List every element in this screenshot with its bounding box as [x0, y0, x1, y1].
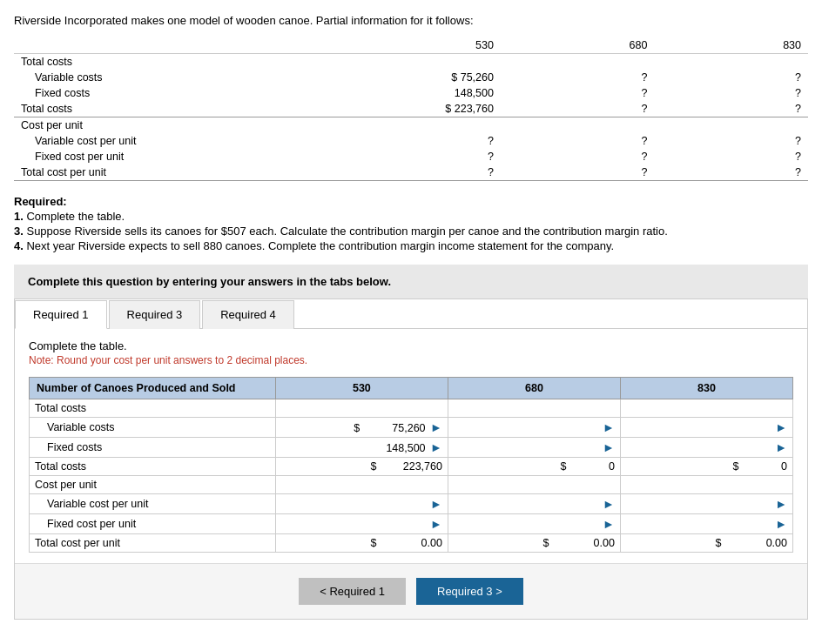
var-cost-unit-680-arrow: ► [603, 497, 615, 511]
fixed-costs-label: Fixed costs [30, 438, 276, 458]
required-item-1: 1. Complete the table. [14, 210, 808, 223]
fixed-cost-unit-830-cell: ► [620, 514, 792, 534]
note-text: Note: Round your cost per unit answers t… [29, 354, 793, 366]
variable-costs-830-cell: ► [620, 418, 792, 438]
total-cost-unit-530-input[interactable] [381, 537, 442, 549]
table-row-total-costs-header: Total costs [30, 399, 793, 418]
fixed-cost-unit-680-input[interactable] [537, 519, 598, 531]
fixed-costs-830-cell: ► [620, 438, 792, 458]
variable-costs-680-cell: ► [448, 418, 620, 438]
table-row-variable-costs: Variable costs $ ► ► ► [30, 418, 793, 438]
variable-costs-830-input[interactable] [710, 422, 771, 434]
info-row-fixed-cost-unit: Fixed cost per unit [14, 149, 347, 164]
fixed-cost-unit-830-arrow: ► [775, 517, 787, 531]
var-cost-unit-680-input[interactable] [537, 499, 598, 511]
info-row-total-cost-unit: Total cost per unit [14, 164, 347, 181]
info-row-fixed-costs: Fixed costs [14, 85, 347, 101]
total-cost-unit-830-input[interactable] [726, 537, 787, 549]
info-header-680: 680 [501, 37, 655, 54]
info-header-830: 830 [654, 37, 808, 54]
info-header-label [14, 37, 347, 54]
variable-costs-label: Variable costs [30, 418, 276, 438]
fixed-costs-830-arrow: ► [775, 440, 787, 454]
total-costs-680-input[interactable] [571, 460, 615, 473]
table-header-680: 680 [448, 378, 620, 399]
table-row-total-cost-unit: Total cost per unit $ $ $ [30, 534, 793, 553]
total-costs-680-cell: $ [448, 458, 620, 476]
fixed-costs-530-arrow: ► [430, 440, 442, 454]
next-button[interactable]: Required 3 > [416, 578, 523, 605]
var-cost-unit-530-arrow: ► [430, 497, 442, 511]
tab-required-4[interactable]: Required 4 [202, 300, 294, 329]
var-cost-unit-680-cell: ► [448, 494, 620, 514]
table-row-variable-cost-unit: Variable cost per unit ► ► ► [30, 494, 793, 514]
var-cost-unit-530-input[interactable] [365, 499, 426, 511]
fixed-cost-unit-830-input[interactable] [710, 519, 771, 531]
var-cost-unit-830-arrow: ► [775, 497, 787, 511]
fixed-costs-680-cell: ► [448, 438, 620, 458]
fixed-cost-unit-680-arrow: ► [603, 517, 615, 531]
table-row-cost-per-unit-header: Cost per unit [30, 476, 793, 494]
variable-cost-unit-label: Variable cost per unit [30, 494, 276, 514]
info-row-label-1: Total costs [14, 54, 347, 70]
var-cost-unit-830-input[interactable] [710, 499, 771, 511]
var-cost-unit-530-cell: ► [275, 494, 448, 514]
info-header-530: 530 [347, 37, 501, 54]
tab-required-3[interactable]: Required 3 [109, 300, 201, 329]
fixed-costs-830-input[interactable] [710, 442, 771, 454]
required-item-3: 3. Suppose Riverside sells its canoes fo… [14, 225, 808, 238]
info-table: 530 680 830 Total costs Variable costs $… [14, 37, 808, 181]
variable-costs-530-arrow: ► [430, 420, 442, 434]
variable-costs-680-input[interactable] [537, 422, 598, 434]
fixed-costs-530-input[interactable] [365, 442, 426, 454]
tab-1-content: Complete the table. Note: Round your cos… [15, 329, 807, 563]
intro-text: Riverside Incorporated makes one model o… [14, 14, 808, 27]
info-row-variable-costs: Variable costs [14, 70, 347, 85]
required-section: Required: 1. Complete the table. 3. Supp… [14, 195, 808, 252]
fixed-cost-unit-label: Fixed cost per unit [30, 514, 276, 534]
fixed-costs-680-arrow: ► [603, 440, 615, 454]
tab-required-1[interactable]: Required 1 [15, 300, 107, 329]
table-header-830: 830 [620, 378, 792, 399]
total-cost-unit-680-input[interactable] [554, 537, 615, 549]
info-row-total-costs: Total costs [14, 101, 347, 117]
info-row-var-cost-unit: Variable cost per unit [14, 133, 347, 149]
total-costs-830-cell: $ [620, 458, 792, 476]
total-costs-830-input[interactable] [744, 460, 787, 473]
table-row-fixed-cost-unit: Fixed cost per unit ► ► ► [30, 514, 793, 534]
fixed-costs-530-cell: ► [275, 438, 448, 458]
tabs-header: Required 1 Required 3 Required 4 [15, 299, 807, 329]
cost-per-unit-label: Cost per unit [30, 476, 276, 494]
total-cost-unit-label: Total cost per unit [30, 534, 276, 553]
fixed-cost-unit-530-arrow: ► [430, 517, 442, 531]
fixed-cost-unit-530-input[interactable] [365, 519, 426, 531]
var-cost-unit-830-cell: ► [620, 494, 792, 514]
variable-costs-530-input[interactable] [365, 422, 426, 434]
total-cost-unit-680-cell: $ [448, 534, 620, 553]
required-title: Required: [14, 195, 67, 208]
table-row-fixed-costs: Fixed costs ► ► ► [30, 438, 793, 458]
fixed-costs-680-input[interactable] [537, 442, 598, 454]
total-costs-530-input[interactable] [381, 460, 442, 473]
total-cost-unit-530-cell: $ [275, 534, 448, 553]
variable-costs-830-arrow: ► [775, 420, 787, 434]
prev-button[interactable]: < Required 1 [299, 578, 406, 605]
total-costs-label: Total costs [30, 399, 276, 418]
tabs-container: Required 1 Required 3 Required 4 Complet… [14, 299, 808, 620]
instruction-box: Complete this question by entering your … [14, 265, 808, 299]
table-row-total-costs: Total costs $ $ $ [30, 458, 793, 476]
table-header-label: Number of Canoes Produced and Sold [30, 378, 276, 399]
variable-costs-680-arrow: ► [603, 420, 615, 434]
fixed-cost-unit-530-cell: ► [275, 514, 448, 534]
complete-table-label: Complete the table. [29, 339, 793, 352]
total-costs-530-cell: $ [275, 458, 448, 476]
nav-buttons: < Required 1 Required 3 > [15, 563, 807, 619]
variable-costs-530-cell: $ ► [275, 418, 448, 438]
total-costs-row-label: Total costs [30, 458, 276, 476]
required-item-4: 4. Next year Riverside expects to sell 8… [14, 239, 808, 252]
fixed-cost-unit-680-cell: ► [448, 514, 620, 534]
data-table: Number of Canoes Produced and Sold 530 6… [29, 377, 793, 553]
table-header-530: 530 [275, 378, 448, 399]
info-row-cost-per-unit: Cost per unit [14, 117, 347, 134]
total-cost-unit-830-cell: $ [620, 534, 792, 553]
